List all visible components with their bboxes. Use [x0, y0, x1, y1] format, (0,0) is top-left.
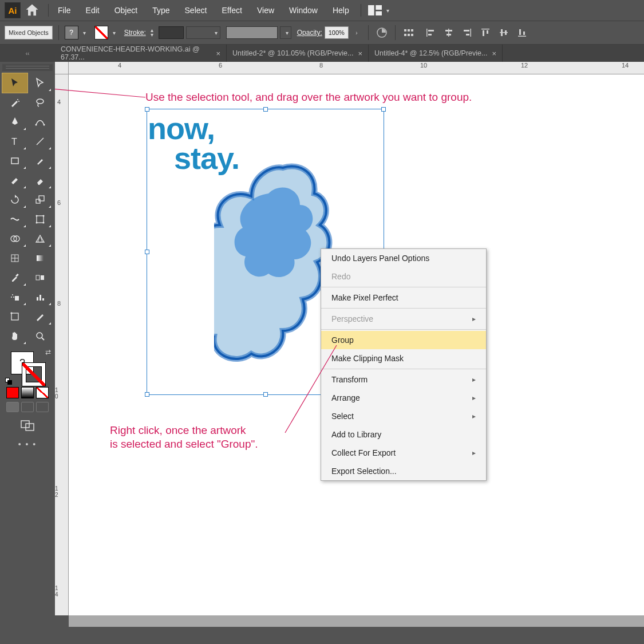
- paintbrush-tool[interactable]: [27, 151, 53, 171]
- doc-tab[interactable]: CONVENIENCE-HEADER-WORKING.ai @ 67.37...…: [55, 45, 227, 62]
- stroke-weight-field[interactable]: [159, 26, 184, 39]
- direct-selection-tool[interactable]: [27, 73, 53, 93]
- fill-swatch[interactable]: ?: [65, 26, 78, 39]
- ctx-arrange[interactable]: Arrange▸: [321, 389, 486, 407]
- screen-mode-full[interactable]: [21, 402, 34, 412]
- opacity-value[interactable]: 100%: [325, 26, 349, 39]
- stroke-control[interactable]: ▾: [94, 26, 118, 39]
- doc-tab[interactable]: Untitled-4* @ 12.5% (RGB/Previe...×: [369, 45, 503, 62]
- stroke-indicator[interactable]: [22, 363, 45, 386]
- swap-fill-stroke-icon[interactable]: ⇄: [45, 348, 51, 356]
- align-left-icon[interactable]: [422, 26, 439, 39]
- ruler-horizontal[interactable]: 4 6 8 10 12 14: [69, 62, 644, 74]
- stroke-swatch[interactable]: [94, 26, 108, 39]
- scale-tool[interactable]: [27, 190, 53, 210]
- panel-grip-icon[interactable]: [2, 64, 53, 71]
- draw-mode-icon[interactable]: [19, 419, 35, 434]
- chevron-down-icon[interactable]: ▾: [386, 7, 389, 14]
- default-fill-stroke-icon[interactable]: [5, 378, 13, 386]
- home-icon[interactable]: [24, 2, 40, 18]
- ctx-make-pixel-perfect[interactable]: Make Pixel Perfect: [321, 289, 486, 307]
- menu-view[interactable]: View: [251, 2, 280, 18]
- hand-tool[interactable]: [2, 326, 27, 346]
- align-hcenter-icon[interactable]: [440, 26, 457, 39]
- shaper-tool[interactable]: [2, 171, 27, 190]
- color-mode-none[interactable]: [36, 387, 49, 398]
- chevron-down-icon[interactable]: ▾: [110, 26, 118, 39]
- rectangle-tool[interactable]: [2, 151, 27, 171]
- ctx-group[interactable]: Group: [321, 331, 486, 349]
- screen-mode-normal[interactable]: [6, 402, 19, 412]
- align-bottom-icon[interactable]: [513, 26, 531, 39]
- eyedropper-tool[interactable]: [2, 268, 27, 287]
- menu-select[interactable]: Select: [179, 2, 213, 18]
- pen-tool[interactable]: [2, 112, 27, 132]
- menu-effect[interactable]: Effect: [216, 2, 248, 18]
- ctx-undo[interactable]: Undo Layers Panel Options: [321, 249, 486, 267]
- line-tool[interactable]: [27, 132, 53, 151]
- fill-stroke-control[interactable]: ⇄ ?: [7, 349, 48, 384]
- free-transform-tool[interactable]: [27, 210, 53, 229]
- chevron-down-icon[interactable]: ▾: [280, 26, 291, 39]
- column-graph-tool[interactable]: [27, 287, 53, 307]
- align-right-icon[interactable]: [459, 26, 476, 39]
- close-icon[interactable]: ×: [358, 49, 362, 58]
- slice-tool[interactable]: [27, 307, 53, 326]
- perspective-grid-tool[interactable]: [27, 229, 53, 248]
- fill-control[interactable]: ? ▾: [65, 26, 89, 39]
- selection-handle[interactable]: [263, 107, 268, 112]
- ctx-select[interactable]: Select▸: [321, 407, 486, 425]
- eraser-tool[interactable]: [27, 171, 53, 190]
- menu-object[interactable]: Object: [109, 2, 143, 18]
- ctx-collect-for-export[interactable]: Collect For Export▸: [321, 444, 486, 462]
- close-icon[interactable]: ×: [492, 49, 496, 58]
- recolor-artwork-icon[interactable]: [374, 26, 389, 39]
- ctx-make-clipping-mask[interactable]: Make Clipping Mask: [321, 349, 486, 368]
- ctx-add-to-library[interactable]: Add to Library: [321, 425, 486, 444]
- curvature-tool[interactable]: [27, 112, 53, 132]
- screen-mode-presentation[interactable]: [36, 402, 49, 412]
- ruler-vertical[interactable]: 4 6 8 10 12 14: [55, 74, 69, 615]
- edit-toolbar-icon[interactable]: • • •: [18, 440, 37, 449]
- blend-tool[interactable]: [27, 268, 53, 287]
- menu-help[interactable]: Help: [327, 2, 355, 18]
- mesh-tool[interactable]: [2, 248, 27, 268]
- artboard-tool[interactable]: [2, 307, 27, 326]
- rotate-tool[interactable]: [2, 190, 27, 210]
- symbol-sprayer-tool[interactable]: [2, 287, 27, 307]
- stroke-weight-stepper[interactable]: ▴▾: [148, 26, 156, 39]
- selection-tool[interactable]: [2, 73, 27, 93]
- color-mode-gradient[interactable]: [21, 387, 34, 398]
- align-top-icon[interactable]: [477, 26, 494, 39]
- panel-collapse-strip[interactable]: ‹‹: [0, 45, 55, 62]
- stroke-label[interactable]: Stroke:: [124, 29, 146, 37]
- workspace-switcher-icon[interactable]: [368, 5, 382, 15]
- selection-handle[interactable]: [381, 107, 386, 112]
- stroke-profile-dropdown[interactable]: ▾: [186, 26, 220, 39]
- type-tool[interactable]: T: [2, 132, 27, 151]
- align-vcenter-icon[interactable]: [495, 26, 512, 39]
- menu-type[interactable]: Type: [147, 2, 175, 18]
- opacity-label[interactable]: Opacity:: [297, 29, 322, 37]
- close-icon[interactable]: ×: [216, 49, 220, 58]
- align-to-icon[interactable]: [401, 26, 416, 39]
- zoom-tool[interactable]: [27, 326, 53, 346]
- width-tool[interactable]: [2, 210, 27, 229]
- ctx-transform[interactable]: Transform▸: [321, 370, 486, 389]
- magic-wand-tool[interactable]: [2, 93, 27, 112]
- ctx-export-selection[interactable]: Export Selection...: [321, 462, 486, 480]
- gradient-tool[interactable]: [27, 248, 53, 268]
- shape-builder-tool[interactable]: [2, 229, 27, 248]
- selection-handle[interactable]: [145, 392, 149, 397]
- chevron-down-icon[interactable]: ▾: [81, 26, 89, 39]
- menu-edit[interactable]: Edit: [80, 2, 105, 18]
- color-mode-color[interactable]: [6, 387, 19, 398]
- lasso-tool[interactable]: [27, 93, 53, 112]
- ruler-origin[interactable]: [55, 62, 69, 74]
- menu-window[interactable]: Window: [283, 2, 323, 18]
- brush-definition-dropdown[interactable]: [226, 26, 278, 39]
- opacity-chevron-icon[interactable]: ›: [351, 26, 362, 39]
- menu-file[interactable]: File: [52, 2, 77, 18]
- doc-tab[interactable]: Untitled-2* @ 101.05% (RGB/Previe...×: [227, 45, 369, 62]
- selection-handle[interactable]: [145, 250, 149, 254]
